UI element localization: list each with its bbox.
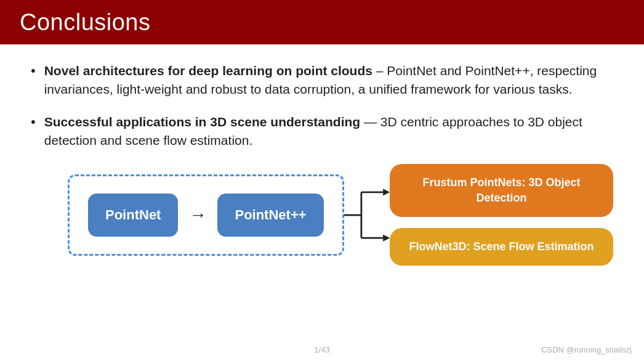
header-bar: Conclusions [0,0,644,44]
pointnet-box: PointNet [88,194,178,237]
bullet-sep-1: – [372,63,387,78]
bullet-bold-2: Successful applications in 3D scene unde… [44,115,360,129]
pointnet-plus-box: PointNet++ [217,194,323,237]
bullet-dot-1: • [31,63,36,79]
bullet-item-2: • Successful applications in 3D scene un… [31,113,613,150]
bullet-text-1: Novel architectures for deep learning on… [44,62,613,99]
slide-number: 1/43 [314,345,329,354]
watermark-text: CSDN @running_snailszj [541,345,632,354]
diagram-area: PointNet → PointNet++ Frustum PointNets:… [31,164,613,266]
bullet-item-1: • Novel architectures for deep learning … [31,62,613,99]
svg-marker-6 [383,234,390,241]
flownet-box: FlowNet3D: Scene Flow Estimation [390,228,613,266]
bullet-sep-2: — [360,115,380,129]
svg-marker-3 [383,189,390,195]
content-area: • Novel architectures for deep learning … [0,44,644,278]
frustum-box: Frustum PointNets: 3D Object Detection [390,164,613,217]
arrow-between: → [189,205,206,225]
right-boxes: Frustum PointNets: 3D Object Detection F… [390,164,613,266]
bullet-bold-1: Novel architectures for deep learning on… [44,63,372,78]
fork-arrows-svg [344,166,390,264]
page-title: Conclusions [20,9,151,36]
bullet-text-2: Successful applications in 3D scene unde… [44,113,613,150]
bullet-dot-2: • [31,114,36,130]
dashed-container: PointNet → PointNet++ [68,174,344,256]
